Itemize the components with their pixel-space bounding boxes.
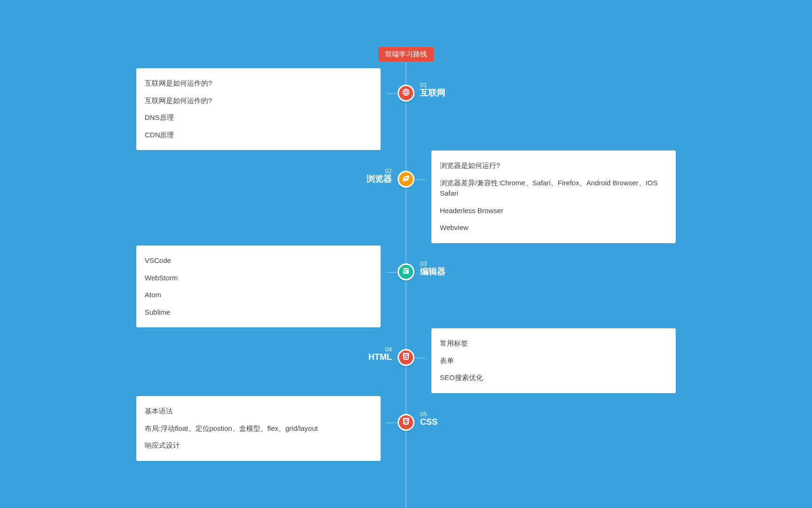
section-title: 编辑器	[420, 267, 445, 277]
diagram-title: 前端学习路线	[378, 47, 434, 62]
section-card: 互联网是如何运作的?互联网是如何运作的?DNS原理CDN原理	[136, 68, 381, 150]
connector	[387, 93, 397, 94]
list-item: 互联网是如何运作的?	[145, 75, 372, 92]
ie-icon	[402, 174, 410, 184]
list-item: 表单	[440, 352, 667, 370]
section-number: 01	[420, 82, 445, 88]
list-item: Headerless Browser	[440, 202, 667, 220]
css3-icon	[402, 417, 410, 428]
timeline-node-css	[398, 414, 414, 431]
connector	[415, 179, 425, 180]
list-item: CDN原理	[145, 127, 372, 144]
section-number: 05	[420, 411, 437, 417]
list-item: 常用标签	[440, 335, 667, 352]
list-item: 基本语法	[145, 403, 372, 420]
timeline-node-浏览器	[398, 171, 414, 188]
list-item: DNS原理	[145, 109, 372, 127]
list-item: 布局:浮动float、定位postion、盒模型、flex、grid/layou…	[145, 420, 372, 437]
section-card: 浏览器是如何运行?浏览器差异/兼容性:Chrome、Safari、Firefox…	[431, 151, 676, 243]
globe-icon	[402, 88, 410, 98]
list-item: 浏览器差异/兼容性:Chrome、Safari、Firefox、Android …	[440, 175, 667, 202]
section-label: 05CSS	[420, 411, 437, 428]
section-label: 02浏览器	[367, 168, 392, 184]
list-item: 浏览器是如何运行?	[440, 157, 667, 175]
list-item: 响应式设计	[145, 437, 372, 454]
section-number: 04	[368, 346, 392, 352]
section-label: 04HTML	[368, 346, 392, 363]
section-title: CSS	[420, 417, 437, 428]
section-number: 02	[367, 168, 392, 174]
list-item: SEO搜索优化	[440, 369, 667, 387]
editor-icon	[402, 267, 410, 277]
list-item: Atom	[145, 286, 372, 304]
section-label: 03编辑器	[420, 261, 445, 277]
list-item: Sublime	[145, 304, 372, 321]
timeline-node-互联网	[398, 85, 414, 102]
section-title: 互联网	[420, 88, 445, 98]
list-item: WebStorm	[145, 270, 372, 287]
connector	[387, 272, 397, 273]
section-number: 03	[420, 261, 445, 267]
section-title: HTML	[368, 352, 392, 363]
section-card: 基本语法布局:浮动float、定位postion、盒模型、flex、grid/l…	[136, 396, 381, 461]
list-item: Webview	[440, 219, 667, 237]
list-item: 互联网是如何运作的?	[145, 92, 372, 110]
section-card: 常用标签表单SEO搜索优化	[431, 328, 676, 393]
connector	[415, 357, 425, 358]
section-card: VSCodeWebStormAtomSublime	[136, 246, 381, 327]
section-label: 01互联网	[420, 82, 445, 98]
list-item: VSCode	[145, 252, 372, 270]
html5-icon	[402, 352, 410, 363]
section-title: 浏览器	[367, 174, 392, 184]
timeline-node-html	[398, 349, 414, 366]
connector	[387, 422, 397, 423]
timeline-node-编辑器	[398, 263, 414, 280]
